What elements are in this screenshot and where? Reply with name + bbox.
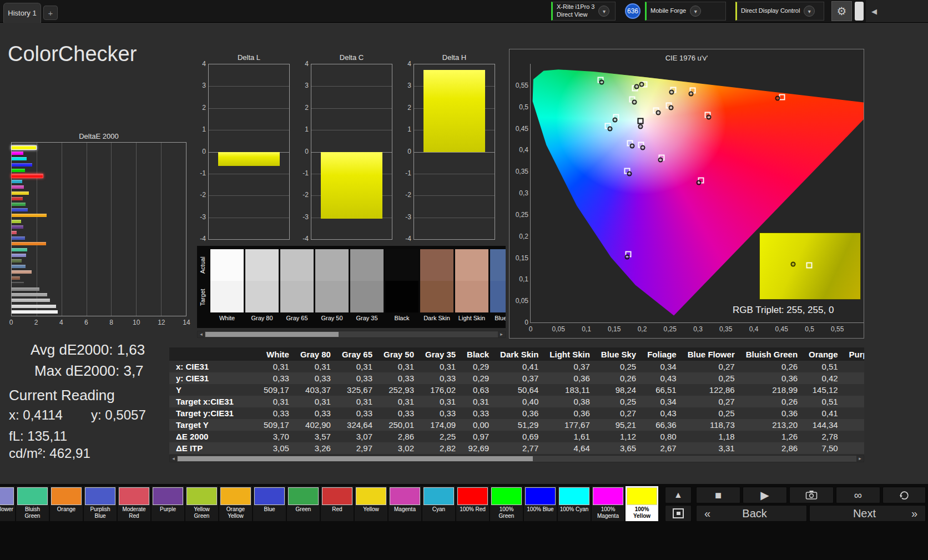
table-scrollbar[interactable]: ◂ ▸ <box>169 455 864 462</box>
play-icon: ▶ <box>760 488 769 502</box>
deltae2000-plot <box>11 142 186 316</box>
patch-actual-swatch <box>280 249 314 281</box>
collapse-panel-button[interactable]: ◀ <box>866 0 928 22</box>
display-control-dropdown[interactable]: Direct Display Control ▾ <box>735 2 824 21</box>
cie-y-tick-label: 0,35 <box>512 168 528 175</box>
stop-button[interactable]: ■ <box>696 487 740 503</box>
pattern-button-blue-flower[interactable]: Blue Flower <box>0 486 15 521</box>
chevron-down-icon[interactable]: ▾ <box>804 6 815 17</box>
pattern-button-orange-yellow[interactable]: Orange Yellow <box>219 486 252 521</box>
table-cell: 0,34 <box>642 396 682 407</box>
table-cell: 0,31 <box>378 396 420 407</box>
table-cell: 0,33 <box>420 372 461 384</box>
pattern-button-yellow-green[interactable]: Yellow Green <box>185 486 218 521</box>
table-cell: 0,33 <box>378 372 420 384</box>
pattern-button-purple[interactable]: Purple <box>152 486 184 521</box>
table-cell: 0,31 <box>258 361 295 372</box>
chevron-down-icon[interactable]: ▾ <box>690 6 701 17</box>
pattern-button-purplish-blue[interactable]: Purplish Blue <box>84 486 117 521</box>
pattern-button-moderate-red[interactable]: Moderate Red <box>118 486 150 521</box>
table-cell: 177,67 <box>544 419 596 431</box>
play-button[interactable]: ▶ <box>743 487 787 503</box>
col-header-gray-80: Gray 80 <box>295 347 336 361</box>
pattern-button-orange[interactable]: Orange <box>50 486 83 521</box>
pattern-window-button[interactable] <box>665 505 692 522</box>
col-header-black: Black <box>461 347 495 361</box>
scroll-right-icon[interactable]: ▸ <box>856 456 864 462</box>
table-cell: 0,33 <box>258 372 295 384</box>
pattern-button-100-magenta[interactable]: 100% Magenta <box>592 486 624 521</box>
table-cell: 0,25 <box>596 396 642 407</box>
col-header-bluish-green: Bluish Green <box>740 347 803 361</box>
pattern-button-bluish-green[interactable]: Bluish Green <box>16 486 49 521</box>
back-button[interactable]: « Back <box>696 505 807 522</box>
table-cell: 0,25 <box>682 372 740 384</box>
scroll-left-icon[interactable]: ◂ <box>198 331 205 337</box>
scroll-left-icon[interactable]: ◂ <box>170 456 177 462</box>
table-cell: 50,64 <box>495 384 544 396</box>
col-header-gray-50: Gray 50 <box>378 347 420 361</box>
grid-line <box>209 130 289 130</box>
tab-history-1[interactable]: History 1 <box>3 3 41 23</box>
panel-handle[interactable] <box>855 2 864 21</box>
pattern-button-yellow[interactable]: Yellow <box>355 486 387 521</box>
pattern-swatch <box>593 487 623 505</box>
pattern-button-100-red[interactable]: 100% Red <box>456 486 489 521</box>
measure-button[interactable] <box>789 487 834 503</box>
row-label: Target y:CIE31 <box>169 407 258 419</box>
source-dropdown[interactable]: Mobile Forge ▾ <box>645 2 726 21</box>
deltae-bar-100-yellow <box>12 146 36 149</box>
next-button[interactable]: Next » <box>809 505 926 522</box>
cie-measured-point <box>640 145 645 150</box>
grid-line <box>414 195 495 196</box>
chevron-down-icon[interactable]: ▾ <box>598 6 609 17</box>
pattern-button-blue[interactable]: Blue <box>253 486 286 521</box>
table-cell: 0,33 <box>336 372 378 384</box>
pattern-button-100-blue[interactable]: 100% Blue <box>524 486 557 521</box>
table-scrollbar-thumb[interactable] <box>178 456 533 461</box>
add-tab-button[interactable]: + <box>43 6 58 20</box>
x-tick-label: 0 <box>9 319 13 326</box>
pattern-button-100-cyan[interactable]: 100% Cyan <box>558 486 591 521</box>
table-cell: 0,33 <box>336 407 378 419</box>
table-cell: 252,93 <box>378 384 420 396</box>
pattern-button-red[interactable]: Red <box>321 486 354 521</box>
continuous-measure-button[interactable]: ∞ <box>836 487 880 503</box>
pattern-swatch <box>288 487 319 505</box>
page-title: ColorChecker <box>8 42 137 66</box>
pattern-swatch <box>186 487 217 505</box>
table-cell: 59,85 <box>844 419 864 431</box>
pattern-button-cyan[interactable]: Cyan <box>422 486 455 521</box>
back-chevron-icon: « <box>704 507 710 520</box>
table-cell: 0,40 <box>495 396 544 407</box>
meter-dropdown[interactable]: X-Rite i1Pro 3 Direct View ▾ <box>551 2 616 21</box>
table-cell: 0,41 <box>495 361 544 372</box>
settings-gear-button[interactable]: ⚙ <box>831 1 852 21</box>
deltae-bar-green <box>12 203 26 206</box>
table-cell: 3,65 <box>596 442 642 454</box>
patch-actual-swatch <box>350 249 384 281</box>
sync-button[interactable] <box>882 487 926 503</box>
y-tick-label: 1 <box>397 125 411 133</box>
strip-scrollbar[interactable]: ◂ ▸ <box>197 331 506 338</box>
table-cell: 2,82 <box>420 442 461 454</box>
pattern-button-green[interactable]: Green <box>287 486 320 521</box>
pattern-label: Blue <box>254 505 285 521</box>
pattern-button-100-yellow[interactable]: 100% Yellow <box>626 486 658 521</box>
pattern-button-magenta[interactable]: Magenta <box>389 486 421 521</box>
y-tick-label: -3 <box>397 213 411 221</box>
patch-dark-skin: Dark Skin <box>420 249 453 324</box>
pattern-button-100-green[interactable]: 100% Green <box>490 486 523 521</box>
pattern-label: Moderate Red <box>119 505 149 521</box>
deltae-bar-orange-yellow <box>12 214 47 217</box>
current-reading-heading: Current Reading <box>9 387 115 404</box>
strip-scrollbar-thumb[interactable] <box>205 332 339 337</box>
table-row-y-cie31: y: CIE310,330,330,330,330,330,290,370,36… <box>169 372 864 384</box>
cie-measured-point <box>658 158 663 163</box>
pattern-swatch <box>119 487 149 505</box>
pattern-up-button[interactable]: ▲ <box>665 487 692 503</box>
scroll-right-icon[interactable]: ▸ <box>498 331 505 337</box>
table-cell: 0,43 <box>642 372 682 384</box>
table-cell: 51,29 <box>495 419 544 431</box>
grid-line <box>87 143 87 316</box>
